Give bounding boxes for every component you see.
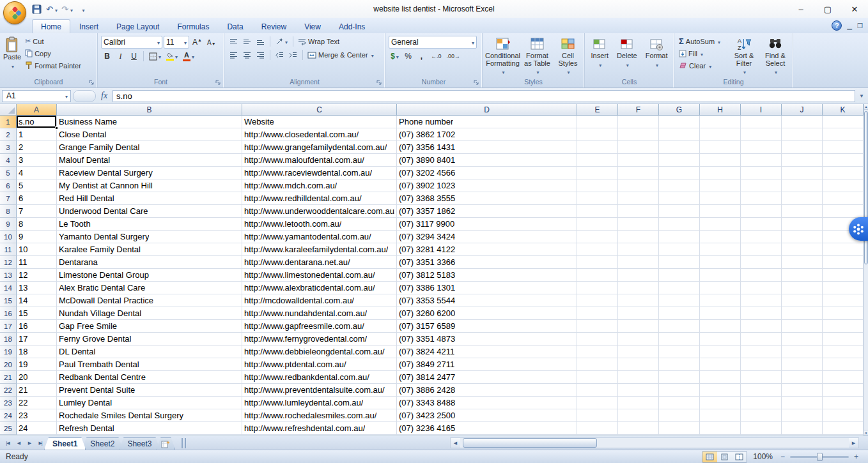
- cell-F22[interactable]: [618, 384, 659, 397]
- expand-formula-bar-icon[interactable]: ▼: [857, 90, 866, 102]
- cell-J21[interactable]: [782, 371, 823, 384]
- zoom-level[interactable]: 100%: [753, 452, 773, 461]
- format-as-table-button[interactable]: Format as Table: [523, 36, 552, 77]
- fill-color-button[interactable]: [164, 50, 180, 62]
- cell-A21[interactable]: 20: [17, 371, 57, 384]
- cell-K7[interactable]: [823, 192, 864, 205]
- column-header-C[interactable]: C: [242, 104, 397, 116]
- row-header-20[interactable]: 20: [0, 358, 17, 371]
- cell-I21[interactable]: [741, 371, 782, 384]
- cell-A2[interactable]: 1: [17, 128, 57, 141]
- cell-K18[interactable]: [823, 333, 864, 345]
- vertical-scroll-thumb[interactable]: [864, 111, 868, 264]
- cell-A9[interactable]: 8: [17, 218, 57, 231]
- cell-I9[interactable]: [741, 218, 782, 231]
- cell-J5[interactable]: [782, 167, 823, 179]
- number-format-combo[interactable]: General: [389, 36, 477, 49]
- select-all-corner[interactable]: [0, 104, 17, 116]
- cell-C13[interactable]: http://www.limestonedental.com.au/: [242, 269, 397, 282]
- cell-D24[interactable]: (07) 3423 2500: [397, 409, 577, 422]
- align-center-button[interactable]: [241, 49, 253, 61]
- cell-A15[interactable]: 14: [17, 294, 57, 307]
- cell-C19[interactable]: http://www.debbieleongdental.com.au/: [242, 345, 397, 358]
- cell-D13[interactable]: (07) 3812 5183: [397, 269, 577, 282]
- cell-J16[interactable]: [782, 307, 823, 320]
- cell-I18[interactable]: [741, 333, 782, 345]
- page-layout-view-button[interactable]: [717, 452, 732, 462]
- cell-J9[interactable]: [782, 218, 823, 231]
- row-header-7[interactable]: 7: [0, 192, 17, 205]
- cell-E23[interactable]: [577, 397, 618, 409]
- cell-A13[interactable]: 12: [17, 269, 57, 282]
- cell-D25[interactable]: (07) 3236 4165: [397, 422, 577, 435]
- alignment-dialog-launcher[interactable]: [376, 79, 383, 86]
- cell-J13[interactable]: [782, 269, 823, 282]
- cell-H20[interactable]: [700, 358, 741, 371]
- cell-K14[interactable]: [823, 282, 864, 294]
- cell-F3[interactable]: [618, 141, 659, 154]
- cell-H21[interactable]: [700, 371, 741, 384]
- cell-F1[interactable]: [618, 116, 659, 128]
- orientation-button[interactable]: [274, 36, 290, 47]
- cell-F10[interactable]: [618, 231, 659, 243]
- find-select-button[interactable]: Find & Select: [761, 36, 789, 77]
- zoom-thumb[interactable]: [817, 453, 823, 461]
- row-header-11[interactable]: 11: [0, 243, 17, 256]
- cell-E14[interactable]: [577, 282, 618, 294]
- cell-F16[interactable]: [618, 307, 659, 320]
- align-middle-button[interactable]: [241, 36, 253, 47]
- ribbon-tab-add-ins[interactable]: Add-Ins: [330, 19, 374, 33]
- cell-E8[interactable]: [577, 205, 618, 218]
- cell-G24[interactable]: [659, 409, 700, 422]
- row-header-16[interactable]: 16: [0, 307, 17, 320]
- cell-F12[interactable]: [618, 256, 659, 269]
- cell-H19[interactable]: [700, 345, 741, 358]
- cell-C4[interactable]: http://www.maloufdental.com.au/: [242, 154, 397, 167]
- cell-B20[interactable]: Paul Trembath Dental: [57, 358, 242, 371]
- cell-D21[interactable]: (07) 3814 2477: [397, 371, 577, 384]
- cell-C6[interactable]: http://www.mdch.com.au/: [242, 179, 397, 192]
- cell-A20[interactable]: 19: [17, 358, 57, 371]
- cell-H13[interactable]: [700, 269, 741, 282]
- cell-K2[interactable]: [823, 128, 864, 141]
- name-box-dropdown-icon[interactable]: [64, 91, 68, 100]
- cell-F4[interactable]: [618, 154, 659, 167]
- cell-H25[interactable]: [700, 422, 741, 435]
- ribbon-tab-formulas[interactable]: Formulas: [168, 19, 218, 33]
- number-dialog-launcher[interactable]: [473, 79, 480, 86]
- cell-H22[interactable]: [700, 384, 741, 397]
- vertical-scrollbar[interactable]: ▲ ▼: [864, 104, 868, 436]
- cell-F7[interactable]: [618, 192, 659, 205]
- cell-K1[interactable]: [823, 116, 864, 128]
- cell-H1[interactable]: [700, 116, 741, 128]
- cell-D15[interactable]: (07) 3353 5544: [397, 294, 577, 307]
- redo-button[interactable]: ↷: [61, 3, 73, 15]
- cell-G15[interactable]: [659, 294, 700, 307]
- cell-A22[interactable]: 21: [17, 384, 57, 397]
- cell-I20[interactable]: [741, 358, 782, 371]
- cell-C2[interactable]: http://www.closedental.com.au/: [242, 128, 397, 141]
- cell-K3[interactable]: [823, 141, 864, 154]
- cell-G14[interactable]: [659, 282, 700, 294]
- cell-C3[interactable]: http://www.grangefamilydental.com.au/: [242, 141, 397, 154]
- cell-B25[interactable]: Refresh Dental: [57, 422, 242, 435]
- cell-C18[interactable]: http://www.fernygrovedental.com/: [242, 333, 397, 345]
- cell-G16[interactable]: [659, 307, 700, 320]
- cell-B10[interactable]: Yamanto Dental Surgery: [57, 231, 242, 243]
- format-painter-button[interactable]: Format Painter: [24, 60, 82, 71]
- cell-E25[interactable]: [577, 422, 618, 435]
- column-header-D[interactable]: D: [397, 104, 577, 116]
- cell-I1[interactable]: [741, 116, 782, 128]
- cell-F6[interactable]: [618, 179, 659, 192]
- clear-button[interactable]: Clear: [678, 60, 727, 71]
- cell-K19[interactable]: [823, 345, 864, 358]
- merge-center-button[interactable]: Merge & Center: [306, 50, 375, 61]
- cell-J23[interactable]: [782, 397, 823, 409]
- cell-D9[interactable]: (07) 3117 9900: [397, 218, 577, 231]
- scroll-left-icon[interactable]: ◀: [451, 438, 460, 448]
- cell-F9[interactable]: [618, 218, 659, 231]
- cell-B15[interactable]: McDowall Dental Practice: [57, 294, 242, 307]
- cell-C15[interactable]: http://mcdowalldental.com.au/: [242, 294, 397, 307]
- bold-button[interactable]: B: [101, 50, 113, 62]
- row-header-15[interactable]: 15: [0, 294, 17, 307]
